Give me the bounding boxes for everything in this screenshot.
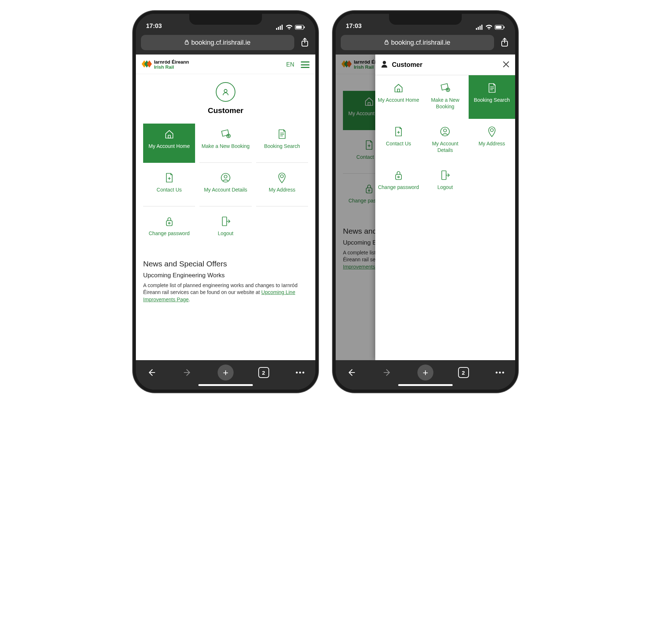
tile-logout[interactable]: Logout [199,211,251,250]
close-icon[interactable] [503,60,509,70]
tile-make-new-booking[interactable]: Make a New Booking [199,124,251,163]
svg-point-22 [299,371,301,373]
tile-make-new-booking[interactable]: Make a New Booking [422,75,468,119]
svg-rect-20 [222,217,227,226]
svg-rect-7 [185,42,189,44]
side-panel: Customer My Account Home Make a New Book… [375,55,515,360]
app-header: Iarnród Éireann Irish Rail EN [136,55,315,74]
svg-rect-6 [304,27,305,28]
customer-title: Customer [136,106,315,115]
tile-booking-search[interactable]: Booking Search [469,75,515,119]
more-button[interactable] [294,366,307,379]
svg-point-55 [502,371,504,373]
tab-count: 2 [262,370,265,376]
tile-my-address[interactable]: My Address [256,167,308,206]
tile-booking-search[interactable]: Booking Search [256,124,308,163]
tile-my-account-details[interactable]: My Account Details [199,167,251,206]
phone-frame-right: 17:03 booking.cf.irishrail.ie [333,11,518,393]
svg-rect-29 [496,26,502,29]
news-subheading: Upcoming Engineering Works [143,272,308,279]
svg-rect-45 [397,89,400,92]
tile-label: Contact Us [386,141,411,147]
tile-my-account-details[interactable]: My Account Details [422,119,468,162]
tile-label: My Account Details [424,141,466,153]
svg-rect-31 [385,42,388,44]
svg-rect-18 [166,221,172,226]
tile-label: Logout [218,230,234,237]
tile-grid-left: My Account Home Make a New Booking Booki… [136,120,315,254]
svg-point-16 [224,175,227,178]
pin-icon [488,125,496,138]
tile-my-address[interactable]: My Address [469,119,515,162]
tile-change-password[interactable]: Change password [143,211,195,250]
svg-rect-13 [168,135,170,138]
phone-frame-left: 17:03 booking.cf.irishrail.ie [133,11,318,393]
svg-rect-52 [442,171,446,180]
more-button[interactable] [493,366,506,379]
browser-bottom-bar: + 2 [336,360,515,383]
user-circle-icon [440,125,450,138]
home-indicator[interactable] [336,383,515,390]
tile-my-account-home[interactable]: My Account Home [375,75,422,119]
tile-contact-us[interactable]: Contact Us [143,167,195,206]
tile-label: Logout [437,184,453,191]
svg-rect-3 [282,25,283,30]
browser-url-bar: booking.cf.irishrail.ie [336,31,515,55]
wifi-icon [485,25,493,30]
doc-search-icon [487,82,497,94]
share-button[interactable] [499,37,510,48]
hamburger-menu-icon[interactable] [301,61,310,68]
phone-notch [189,14,262,25]
forward-button[interactable] [381,366,394,379]
language-selector[interactable]: EN [286,61,294,68]
panel-header: Customer [375,55,515,75]
forward-button[interactable] [181,366,194,379]
wifi-icon [286,25,293,30]
doc-plus-icon [165,172,174,184]
news-heading: News and Special Offers [143,259,308,268]
url-pill[interactable]: booking.cf.irishrail.ie [141,35,294,50]
svg-point-53 [496,371,497,373]
svg-point-49 [490,129,493,132]
tabs-button[interactable]: 2 [257,366,270,379]
cellular-icon [276,25,283,30]
back-button[interactable] [145,366,158,379]
svg-point-12 [224,89,227,92]
new-tab-button[interactable]: + [417,365,433,381]
cellular-icon [476,25,483,30]
logo-text-line1: Iarnród Éireann [154,60,189,65]
svg-point-17 [280,175,283,178]
home-icon [164,128,175,140]
home-icon [393,82,404,94]
svg-rect-30 [504,27,505,28]
user-silhouette-icon [381,60,388,69]
tile-change-password[interactable]: Change password [375,162,422,206]
battery-icon [495,25,505,30]
logo-text-line2: Irish Rail [154,65,189,70]
svg-point-47 [441,127,449,136]
phone-notch [389,14,462,25]
status-time: 17:03 [346,23,361,30]
svg-point-15 [221,173,230,182]
svg-rect-26 [480,26,481,30]
status-time: 17:03 [146,23,162,30]
tile-logout[interactable]: Logout [422,162,468,206]
news-section: News and Special Offers Upcoming Enginee… [136,254,315,309]
tabs-button[interactable]: 2 [457,366,470,379]
url-text: booking.cf.irishrail.ie [391,39,450,47]
new-tab-button[interactable]: + [218,365,234,381]
svg-rect-0 [276,28,277,30]
doc-search-icon [277,128,287,140]
tile-my-account-home[interactable]: My Account Home [143,124,195,163]
tile-label: My Address [478,141,505,147]
panel-title: Customer [392,61,498,69]
svg-point-21 [296,371,298,373]
irish-rail-logo[interactable]: Iarnród Éireann Irish Rail [142,60,189,70]
back-button[interactable] [344,366,357,379]
url-pill[interactable]: booking.cf.irishrail.ie [341,35,494,50]
share-button[interactable] [299,37,310,48]
lock-icon [185,39,189,47]
svg-rect-5 [296,26,302,29]
tile-contact-us[interactable]: Contact Us [375,119,422,162]
home-indicator[interactable] [136,383,315,390]
